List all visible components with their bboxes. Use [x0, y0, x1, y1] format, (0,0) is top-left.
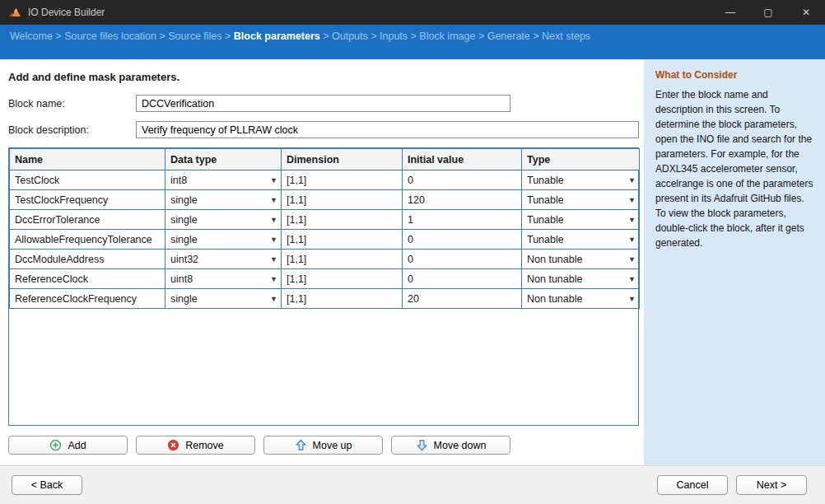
cell-initial-value[interactable]: 0 [403, 230, 522, 250]
add-button-label: Add [68, 440, 86, 451]
table-body: TestClockint8▼[1,1]0Tunable▼TestClockFre… [10, 170, 640, 309]
cell-type-dropdown[interactable]: Tunable▼ [522, 190, 640, 210]
cell-data-type-dropdown-value: single [170, 293, 198, 305]
cell-data-type-dropdown-value: uint32 [170, 254, 198, 265]
help-panel-heading: What to Consider [655, 69, 813, 81]
chevron-down-icon: ▼ [270, 255, 277, 264]
chevron-down-icon: ▼ [628, 216, 636, 224]
cell-name[interactable]: ReferenceClockFrequency [10, 289, 165, 309]
breadcrumb-item-generate[interactable]: Generate [487, 30, 530, 42]
cell-data-type-dropdown-value: single [170, 194, 198, 206]
cell-name[interactable]: TestClockFrequency [10, 190, 165, 210]
column-header-data-type: Data type [165, 149, 282, 170]
cell-dimension[interactable]: [1,1] [282, 230, 403, 250]
cell-name[interactable]: DccModuleAddress [10, 250, 165, 269]
cell-data-type-dropdown[interactable]: single▼ [165, 190, 282, 210]
page-title: Add and define mask parameters. [8, 71, 639, 83]
minimize-icon[interactable]: — [711, 0, 749, 25]
block-name-field[interactable] [136, 95, 510, 112]
cell-type-dropdown[interactable]: Tunable▼ [522, 230, 640, 250]
breadcrumb-item-inputs[interactable]: Inputs [380, 30, 408, 42]
cell-data-type-dropdown[interactable]: int8▼ [165, 170, 282, 190]
cell-initial-value[interactable]: 0 [403, 269, 522, 289]
cell-type-dropdown-value: Non tunable [527, 273, 582, 285]
cell-name[interactable]: DccErrorTolerance [10, 210, 165, 230]
cell-data-type-dropdown[interactable]: uint8▼ [165, 269, 282, 289]
content-area: Add and define mask parameters. Block na… [0, 59, 825, 465]
cell-data-type-dropdown-value: int8 [170, 175, 187, 186]
table-row: DccErrorTolerancesingle▼[1,1]1Tunable▼ [10, 210, 640, 230]
cell-initial-value[interactable]: 0 [403, 250, 522, 269]
chevron-down-icon: ▼ [628, 176, 636, 184]
cell-type-dropdown[interactable]: Tunable▼ [522, 210, 640, 230]
breadcrumb-item-source-files-location[interactable]: Source files location [64, 30, 156, 42]
cell-type-dropdown-value: Tunable [527, 214, 564, 226]
table-row: ReferenceClockuint8▼[1,1]0Non tunable▼ [10, 269, 640, 289]
breadcrumb-item-outputs[interactable]: Outputs [332, 30, 368, 42]
cell-type-dropdown[interactable]: Non tunable▼ [522, 250, 640, 269]
cell-name[interactable]: AllowableFrequencyTolerance [10, 230, 165, 250]
cell-data-type-dropdown[interactable]: uint32▼ [165, 250, 282, 269]
cell-type-dropdown-value: Tunable [527, 234, 564, 245]
breadcrumb-separator: > [320, 30, 332, 42]
cell-data-type-dropdown[interactable]: single▼ [165, 289, 282, 309]
remove-button-label: Remove [185, 440, 224, 451]
cell-data-type-dropdown[interactable]: single▼ [165, 230, 282, 250]
cell-type-dropdown-value: Non tunable [527, 254, 582, 265]
cell-type-dropdown[interactable]: Non tunable▼ [522, 289, 640, 309]
cell-type-dropdown-value: Tunable [527, 194, 564, 206]
cell-name[interactable]: TestClock [10, 170, 165, 190]
chevron-down-icon: ▼ [270, 216, 277, 224]
footer-bar: < Back Cancel Next > [0, 465, 825, 504]
cell-dimension[interactable]: [1,1] [282, 289, 403, 309]
cell-dimension[interactable]: [1,1] [282, 250, 403, 269]
back-button[interactable]: < Back [12, 475, 82, 495]
remove-button[interactable]: Remove [136, 436, 255, 455]
cancel-button[interactable]: Cancel [657, 475, 728, 495]
cell-type-dropdown[interactable]: Non tunable▼ [522, 269, 640, 289]
column-header-type: Type [522, 149, 640, 170]
breadcrumb-item-block-parameters[interactable]: Block parameters [234, 30, 320, 42]
chevron-down-icon: ▼ [628, 275, 636, 283]
cell-initial-value[interactable]: 0 [403, 170, 522, 190]
breadcrumb-item-next-steps[interactable]: Next steps [542, 30, 590, 42]
cell-dimension[interactable]: [1,1] [282, 170, 403, 190]
table-row: DccModuleAddressuint32▼[1,1]0Non tunable… [10, 250, 640, 269]
move-up-button[interactable]: Move up [263, 436, 383, 455]
add-button[interactable]: Add [8, 436, 128, 455]
breadcrumb-item-welcome[interactable]: Welcome [10, 30, 53, 42]
cell-dimension[interactable]: [1,1] [282, 210, 403, 230]
table-actions: Add Remove Move up Move down [8, 436, 639, 455]
maximize-icon[interactable]: ▢ [749, 0, 787, 25]
breadcrumb-separator: > [156, 30, 168, 42]
column-header-initial-value: Initial value [403, 149, 522, 170]
breadcrumb-item-block-image[interactable]: Block image [419, 30, 475, 42]
column-header-dimension: Dimension [282, 149, 403, 170]
matlab-app-icon [8, 6, 21, 19]
next-button[interactable]: Next > [736, 475, 807, 495]
titlebar: IO Device Builder — ▢ ✕ [0, 0, 825, 25]
breadcrumb-separator: > [368, 30, 380, 42]
cell-type-dropdown[interactable]: Tunable▼ [522, 170, 640, 190]
cell-initial-value[interactable]: 1 [403, 210, 522, 230]
breadcrumb-item-source-files[interactable]: Source files [168, 30, 221, 42]
cell-name[interactable]: ReferenceClock [10, 269, 165, 289]
remove-icon [167, 439, 179, 451]
cell-initial-value[interactable]: 20 [403, 289, 522, 309]
cell-initial-value[interactable]: 120 [403, 190, 522, 210]
move-down-button-label: Move down [434, 440, 487, 451]
chevron-down-icon: ▼ [270, 295, 277, 303]
table-row: ReferenceClockFrequencysingle▼[1,1]20Non… [10, 289, 640, 309]
table-row: TestClockint8▼[1,1]0Tunable▼ [10, 170, 640, 190]
cell-dimension[interactable]: [1,1] [282, 190, 403, 210]
chevron-down-icon: ▼ [270, 196, 277, 204]
move-down-button[interactable]: Move down [391, 436, 510, 455]
breadcrumb: Welcome > Source files location > Source… [0, 25, 825, 59]
cell-dimension[interactable]: [1,1] [282, 269, 403, 289]
chevron-down-icon: ▼ [628, 295, 636, 303]
cell-data-type-dropdown[interactable]: single▼ [165, 210, 282, 230]
close-icon[interactable]: ✕ [787, 0, 825, 25]
breadcrumb-separator: > [475, 30, 487, 42]
block-description-field[interactable] [136, 121, 639, 138]
arrow-up-icon [295, 439, 307, 451]
